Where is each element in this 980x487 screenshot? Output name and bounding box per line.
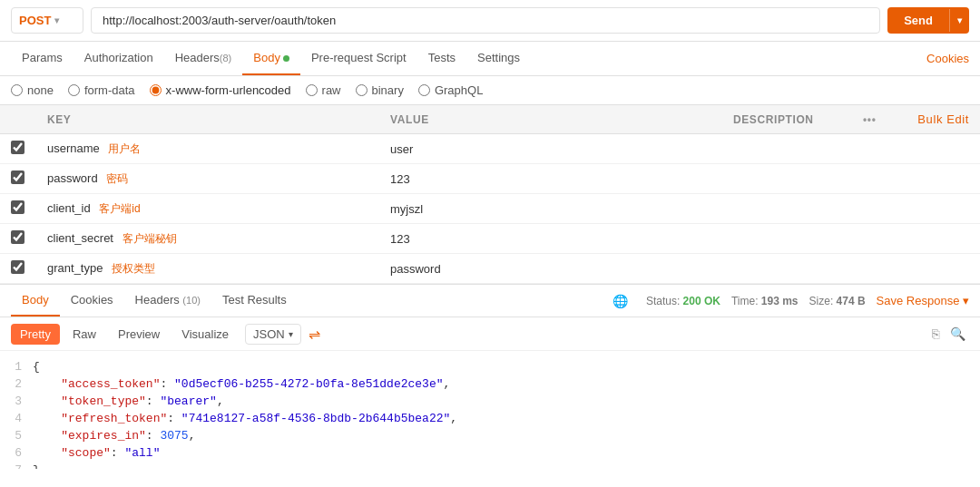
key-name: grant_type [47,261,103,275]
row-key-cell: client_id 客户端id [36,194,379,224]
key-name: username [47,141,100,155]
line-content: "token_type": "bearer", [33,394,224,408]
body-type-form-data[interactable]: form-data [68,83,135,97]
row-checkbox-cell[interactable] [0,194,36,224]
send-button[interactable]: Send ▾ [887,7,969,34]
row-checkbox-cell[interactable] [0,254,36,284]
search-icon[interactable]: 🔍 [946,323,969,345]
row-checkbox[interactable] [11,260,24,274]
copy-icon[interactable]: ⎘ [928,323,943,345]
response-status: 🌐 Status: 200 OK Time: 193 ms Size: 474 … [612,294,969,308]
line-number: 3 [0,394,33,408]
body-type-none[interactable]: none [11,83,54,97]
row-key-cell: grant_type 授权类型 [36,254,379,284]
row-value-cell: password [379,254,722,284]
send-dropdown-icon[interactable]: ▾ [949,9,969,32]
response-code-area: 1{2 "access_token": "0d5ecf06-b255-4272-… [0,351,980,469]
row-actions-cell [852,134,980,164]
wrap-icon[interactable]: ⇌ [309,326,320,343]
row-actions-cell [852,194,980,224]
method-label: POST [19,14,51,27]
response-tab-body[interactable]: Body [11,285,60,317]
row-value: myjszl [390,202,423,216]
globe-icon: 🌐 [612,294,628,308]
row-checkbox[interactable] [11,141,24,154]
tab-authorization[interactable]: Authorization [74,42,164,75]
row-value: password [390,262,441,276]
body-type-raw[interactable]: raw [306,83,341,97]
save-response-button[interactable]: Save Response ▾ [877,294,969,307]
table-row: client_id 客户端id myjszl [0,194,980,224]
tab-params[interactable]: Params [11,42,74,75]
key-description: 客户端秘钥 [122,232,177,245]
row-checkbox[interactable] [11,200,24,214]
code-line: 5 "expires_in": 3075, [0,427,980,444]
key-name: password [47,171,98,185]
line-number: 1 [0,360,33,374]
row-checkbox-cell[interactable] [0,134,36,164]
line-content: "access_token": "0d5ecf06-b255-4272-b0fa… [33,377,450,391]
tab-body[interactable]: Body [242,42,300,75]
row-value: 123 [390,232,410,246]
table-options-icon[interactable]: ••• [863,113,876,126]
col-description: DESCRIPTION [722,105,852,134]
row-desc-cell [722,254,852,284]
line-content: "refresh_token": "741e8127-a58f-4536-8bd… [33,412,457,425]
body-dot-indicator [283,55,289,62]
row-desc-cell [722,224,852,254]
line-number: 4 [0,412,33,425]
row-value-cell: user [379,134,722,164]
tab-headers[interactable]: Headers(8) [164,42,243,75]
body-type-binary[interactable]: binary [356,83,404,97]
table-row: client_secret 客户端秘钥 123 [0,224,980,254]
row-key-cell: username 用户名 [36,134,379,164]
method-selector[interactable]: POST ▾ [11,7,83,34]
format-selector[interactable]: JSON ▾ [245,324,301,345]
format-tab-raw[interactable]: Raw [64,324,105,345]
cookies-link[interactable]: Cookies [926,52,969,65]
row-checkbox[interactable] [11,230,24,244]
key-name: client_secret [47,231,113,245]
row-actions-cell [852,164,980,194]
code-line: 4 "refresh_token": "741e8127-a58f-4536-8… [0,410,980,427]
format-tab-preview[interactable]: Preview [109,324,169,345]
bulk-edit-button[interactable]: Bulk Edit [917,112,969,126]
time-label: Time: 193 ms [731,295,799,307]
format-tab-visualize[interactable]: Visualize [172,324,238,345]
row-key-cell: password 密码 [36,164,379,194]
tab-tests[interactable]: Tests [417,42,466,75]
url-bar: POST ▾ Send ▾ [0,0,980,42]
row-actions-cell [852,254,980,284]
format-tab-pretty[interactable]: Pretty [11,324,60,345]
key-description: 密码 [106,172,128,185]
col-key: KEY [36,105,379,134]
line-content: } [33,463,40,469]
url-input[interactable] [91,7,880,34]
status-ok: 200 OK [683,295,720,307]
response-tab-test-results[interactable]: Test Results [211,285,298,317]
row-checkbox-cell[interactable] [0,164,36,194]
response-tab-cookies[interactable]: Cookies [60,285,124,317]
code-line: 2 "access_token": "0d5ecf06-b255-4272-b0… [0,375,980,393]
table-row: password 密码 123 [0,164,980,194]
row-actions-cell [852,224,980,254]
response-tab-headers[interactable]: Headers (10) [124,285,211,317]
code-line: 6 "scope": "all" [0,444,980,462]
col-bulk-edit: Bulk Edit [887,105,980,134]
row-value-cell: 123 [379,164,722,194]
row-key-cell: client_secret 客户端秘钥 [36,224,379,254]
body-type-urlencoded[interactable]: x-www-form-urlencoded [150,83,291,97]
row-desc-cell [722,164,852,194]
size-label: Size: 474 B [809,295,866,307]
table-row: username 用户名 user [0,134,980,164]
row-value: user [390,142,413,156]
code-line: 1{ [0,358,980,375]
body-type-graphql[interactable]: GraphQL [418,83,483,97]
status-label: Status: 200 OK [646,295,720,307]
tab-prerequest[interactable]: Pre-request Script [300,42,417,75]
line-content: "scope": "all" [33,446,160,460]
row-checkbox[interactable] [11,170,24,184]
line-number: 7 [0,463,33,469]
row-checkbox-cell[interactable] [0,224,36,254]
tab-settings[interactable]: Settings [466,42,531,75]
